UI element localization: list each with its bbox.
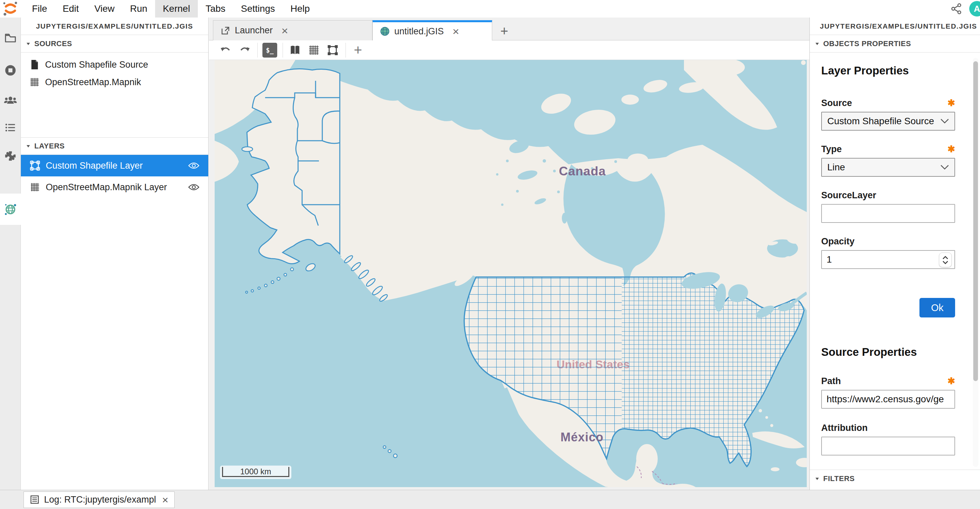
scale-label: 1000 km xyxy=(240,467,271,476)
required-asterisk: ✱ xyxy=(947,145,955,154)
tab-launcher[interactable]: Launcher × xyxy=(213,20,372,40)
tab-label: untitled.jGIS xyxy=(394,26,444,37)
menu-item-kernel[interactable]: Kernel xyxy=(155,0,198,18)
log-tab-label: Log: RTC:jupytergis/exampl xyxy=(44,495,156,505)
sources-list: Custom Shapefile Source OpenStreetMap.Ma… xyxy=(21,53,208,137)
users-icon xyxy=(4,93,17,107)
chevron-down-icon xyxy=(942,260,948,264)
source-select[interactable]: Custom Shapefile Source xyxy=(821,112,955,131)
new-tab-button[interactable]: + xyxy=(496,22,513,40)
caret-down-icon xyxy=(815,476,820,481)
menu-item-help[interactable]: Help xyxy=(283,0,318,18)
file-browser-tab[interactable] xyxy=(0,28,21,48)
type-field-label: Type ✱ xyxy=(821,144,955,155)
share-icon xyxy=(951,3,962,14)
map-scale-bar: 1000 km xyxy=(220,466,291,479)
opacity-input[interactable] xyxy=(821,250,955,269)
layer-visibility-button[interactable] xyxy=(188,161,199,170)
layer-item-openstreetmap[interactable]: OpenStreetMap.Mapnik Layer xyxy=(21,176,208,198)
add-layer-button[interactable]: + xyxy=(350,42,366,58)
required-asterisk: ✱ xyxy=(947,377,955,386)
vector-square-icon xyxy=(29,160,41,172)
menu-item-run[interactable]: Run xyxy=(123,0,155,18)
caret-down-icon xyxy=(25,144,31,149)
opacity-stepper[interactable] xyxy=(939,252,952,267)
layer-properties-heading: Layer Properties xyxy=(821,64,955,77)
menu-item-settings[interactable]: Settings xyxy=(233,0,283,18)
raster-grid-icon xyxy=(309,45,319,56)
map-canvas[interactable]: United States xyxy=(215,60,807,487)
jupyter-logo-icon xyxy=(3,1,18,16)
toolbar-separator xyxy=(257,43,258,57)
ok-button[interactable]: Ok xyxy=(920,298,955,318)
basemap-svg: United States xyxy=(215,60,807,487)
jgis-globe-icon xyxy=(380,26,390,37)
redo-button[interactable] xyxy=(237,42,253,58)
attribution-field-label: Attribution xyxy=(821,423,955,433)
jupytergis-tab[interactable] xyxy=(0,199,21,220)
undo-icon xyxy=(220,45,231,56)
main-tab-bar: Launcher × untitled.jGIS × + xyxy=(209,18,810,40)
type-select-value: Line xyxy=(827,162,845,173)
attribution-input[interactable] xyxy=(821,437,955,455)
left-sidebar-panel: JUPYTERGIS/EXAMPLES/UNTITLED.JGIS SOURCE… xyxy=(21,18,208,490)
panel-scrollbar[interactable] xyxy=(973,58,978,467)
main-dock-panel: Launcher × untitled.jGIS × + xyxy=(209,18,810,490)
close-icon[interactable]: × xyxy=(162,495,169,505)
properties-form: Layer Properties Source ✱ Custom Shapefi… xyxy=(810,53,980,470)
menu-item-tabs[interactable]: Tabs xyxy=(198,0,233,18)
menu-item-view[interactable]: View xyxy=(86,0,122,18)
undo-button[interactable] xyxy=(218,42,234,58)
path-field-label: Path ✱ xyxy=(821,376,955,386)
terminal-icon: $_ xyxy=(262,43,277,57)
close-icon[interactable]: × xyxy=(282,25,288,37)
layer-item-custom-shapefile[interactable]: Custom Shapefile Layer xyxy=(21,155,208,176)
source-item-custom-shapefile[interactable]: Custom Shapefile Source xyxy=(21,56,208,73)
sourcelayer-field-label: SourceLayer xyxy=(821,190,955,201)
toolbar-separator xyxy=(345,43,346,57)
redo-icon xyxy=(239,45,250,56)
table-of-contents-tab[interactable] xyxy=(0,117,21,138)
log-console-tab[interactable]: Log: RTC:jupytergis/exampl × xyxy=(24,491,175,508)
console-button[interactable]: $_ xyxy=(262,42,278,58)
source-item-openstreetmap[interactable]: OpenStreetMap.Mapnik xyxy=(21,73,208,91)
type-select[interactable]: Line xyxy=(821,158,955,177)
new-raster-layer-button[interactable] xyxy=(306,42,322,58)
eye-icon xyxy=(188,161,199,170)
path-input[interactable] xyxy=(821,390,955,408)
layers-section-header[interactable]: LAYERS xyxy=(21,137,208,155)
map-label-canada: Canada xyxy=(559,164,606,178)
basemap-button[interactable] xyxy=(287,42,303,58)
share-button[interactable] xyxy=(949,2,964,16)
menu-item-file[interactable]: File xyxy=(24,0,55,18)
menubar-right: A xyxy=(949,0,980,18)
layers-list: Custom Shapefile Layer xyxy=(21,155,208,198)
log-icon xyxy=(30,495,40,505)
status-bar: Log: RTC:jupytergis/exampl × xyxy=(0,490,980,509)
jupyterlab-app: File Edit View Run Kernel Tabs Settings … xyxy=(0,0,980,509)
chevron-down-icon xyxy=(940,164,949,170)
eye-icon xyxy=(188,183,199,191)
layer-visibility-button[interactable] xyxy=(188,183,199,191)
required-asterisk: ✱ xyxy=(947,99,955,108)
objects-properties-header[interactable]: OBJECTS PROPERTIES xyxy=(810,35,980,53)
scrollbar-thumb[interactable] xyxy=(973,61,978,381)
filters-section-header[interactable]: FILTERS xyxy=(810,470,980,487)
menu-item-edit[interactable]: Edit xyxy=(55,0,86,18)
raster-grid-icon xyxy=(29,181,41,193)
caret-down-icon xyxy=(815,41,820,46)
sourcelayer-input[interactable] xyxy=(821,204,955,223)
user-avatar[interactable]: A xyxy=(969,1,980,16)
running-sessions-tab[interactable] xyxy=(0,60,21,81)
sources-section-header[interactable]: SOURCES xyxy=(21,35,208,53)
opacity-field-label: Opacity xyxy=(821,236,955,247)
collaboration-tab[interactable] xyxy=(0,89,21,110)
chevron-up-icon xyxy=(942,256,948,260)
close-icon[interactable]: × xyxy=(452,26,459,37)
source-item-label: Custom Shapefile Source xyxy=(45,60,148,70)
jgis-toolbar: $_ xyxy=(209,40,810,60)
new-vector-layer-button[interactable] xyxy=(325,42,341,58)
extension-manager-tab[interactable] xyxy=(0,145,21,166)
objects-properties-label: OBJECTS PROPERTIES xyxy=(823,39,911,48)
tab-untitled-jgis[interactable]: untitled.jGIS × xyxy=(372,20,492,40)
